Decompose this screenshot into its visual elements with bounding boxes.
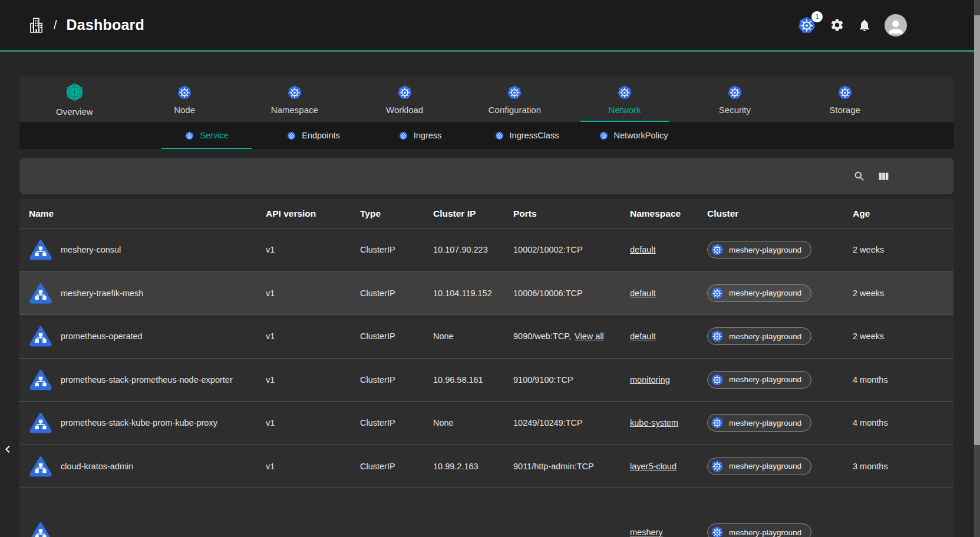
ports-value: 10002/10002:TCP [513, 245, 583, 254]
service-name: prometheus-stack-prometheus-node-exporte… [61, 375, 233, 384]
tab-overview[interactable]: Overview [19, 77, 130, 122]
table-row[interactable]: meshery meshery-playground [19, 488, 953, 537]
subtab-ingressclass[interactable]: IngressClass [473, 122, 580, 149]
services-table: Name API version Type Cluster IP Ports N… [19, 199, 953, 537]
tab-workload[interactable]: Workload [349, 77, 460, 122]
cluster-name: meshery-playground [729, 528, 801, 537]
subtab-endpoints[interactable]: Endpoints [260, 122, 367, 149]
api-version-cell: v1 [266, 245, 360, 254]
search-button[interactable] [853, 170, 866, 183]
view-all-link[interactable]: View all [575, 332, 604, 341]
name-cell [19, 522, 266, 537]
column-header-namespace[interactable]: Namespace [630, 208, 707, 219]
kubernetes-icon [599, 131, 609, 141]
table-row[interactable]: meshery-traefik-mesh v1 ClusterIP 10.104… [19, 272, 953, 316]
namespace-cell: monitoring [630, 375, 707, 384]
namespace-cell: default [630, 332, 707, 341]
service-name: meshery-traefik-mesh [61, 289, 143, 298]
kubernetes-icon [710, 459, 724, 473]
service-name: meshery-consul [61, 245, 121, 254]
chevron-left-icon [1, 442, 15, 456]
namespace-link[interactable]: default [630, 245, 656, 254]
ports-cell: 10006/10006:TCP [513, 289, 630, 298]
column-header-cluster[interactable]: Cluster [707, 208, 853, 219]
cluster-chip[interactable]: meshery-playground [707, 241, 811, 258]
namespace-link[interactable]: default [630, 289, 656, 298]
table-row[interactable]: cloud-kratos-admin v1 ClusterIP 10.99.2.… [19, 445, 953, 489]
table-row[interactable]: prometheus-stack-prometheus-node-exporte… [19, 359, 953, 402]
ports-cell: 9011/http-admin:TCP [513, 462, 630, 471]
search-icon [853, 170, 866, 183]
cluster-ip-cell: 10.104.119.152 [433, 289, 513, 298]
column-header-cluster-ip[interactable]: Cluster IP [433, 208, 513, 219]
kubernetes-icon [710, 243, 724, 257]
kubernetes-icon [710, 416, 724, 430]
table-row[interactable]: prometheus-stack-kube-prom-kube-proxy v1… [19, 402, 953, 445]
ports-cell: 9090/web:TCP,View all [513, 332, 630, 341]
age-cell: 3 months [853, 462, 953, 471]
kubernetes-icon [710, 373, 724, 387]
tab-storage[interactable]: Storage [790, 77, 900, 122]
service-name: prometheus-operated [61, 332, 143, 341]
view-columns-icon [877, 170, 890, 183]
service-icon [29, 456, 52, 477]
column-header-age[interactable]: Age [853, 208, 953, 219]
namespace-link[interactable]: layer5-cloud [630, 462, 677, 471]
tab-namespace[interactable]: Namespace [240, 77, 350, 122]
namespace-cell: layer5-cloud [630, 462, 707, 471]
ports-value: 9100/9100:TCP [513, 375, 573, 384]
cluster-cell: meshery-playground [707, 327, 853, 345]
service-name: prometheus-stack-kube-prom-kube-proxy [61, 418, 217, 427]
subtab-ingress[interactable]: Ingress [367, 122, 473, 149]
namespace-link[interactable]: default [630, 332, 656, 341]
page-scrollbar[interactable] [974, 0, 980, 537]
scrollbar-thumb[interactable] [974, 15, 980, 445]
age-cell: 2 weeks [853, 332, 953, 341]
cluster-chip[interactable]: meshery-playground [707, 458, 811, 475]
tab-security[interactable]: Security [680, 77, 790, 122]
kubernetes-icon [286, 84, 303, 101]
kubernetes-icon [837, 84, 853, 101]
cluster-chip[interactable]: meshery-playground [707, 327, 811, 345]
tab-network[interactable]: Network [570, 77, 680, 122]
cluster-cell: meshery-playground [707, 371, 853, 389]
service-icon [29, 326, 52, 347]
cluster-name: meshery-playground [729, 375, 801, 384]
resource-tabs: Overview Node Namespace Workload Configu… [19, 77, 953, 122]
view-columns-button[interactable] [877, 170, 890, 183]
tab-configuration[interactable]: Configuration [460, 77, 570, 122]
cluster-name: meshery-playground [729, 289, 801, 297]
column-header-ports[interactable]: Ports [513, 208, 630, 219]
cluster-chip[interactable]: meshery-playground [707, 523, 811, 537]
namespace-link[interactable]: monitoring [630, 375, 670, 384]
kubernetes-icon [397, 84, 413, 101]
cluster-name: meshery-playground [729, 462, 801, 470]
ports-cell: 9100/9100:TCP [513, 375, 630, 384]
column-header-type[interactable]: Type [360, 208, 433, 219]
tab-node[interactable]: Node [130, 77, 240, 122]
name-cell: meshery-traefik-mesh [19, 283, 266, 304]
cluster-chip[interactable]: meshery-playground [707, 284, 811, 302]
service-icon [29, 522, 52, 537]
cluster-chip[interactable]: meshery-playground [707, 414, 811, 432]
network-subtabs: Service Endpoints Ingress IngressClass N… [19, 122, 953, 149]
ports-value: 10006/10006:TCP [513, 289, 583, 298]
cluster-name: meshery-playground [729, 246, 801, 254]
name-cell: prometheus-stack-kube-prom-kube-proxy [19, 412, 266, 433]
kubernetes-icon [710, 525, 724, 537]
cluster-chip[interactable]: meshery-playground [707, 371, 811, 389]
column-header-name[interactable]: Name [19, 208, 266, 219]
subtab-networkpolicy[interactable]: NetworkPolicy [580, 122, 687, 149]
name-cell: prometheus-operated [19, 326, 266, 347]
subtab-service[interactable]: Service [153, 122, 260, 149]
api-version-cell: v1 [266, 375, 360, 384]
table-header-row: Name API version Type Cluster IP Ports N… [19, 199, 953, 228]
sidebar-collapse-button[interactable] [1, 442, 15, 456]
table-row[interactable]: prometheus-operated v1 ClusterIP None 90… [19, 315, 953, 359]
cluster-name: meshery-playground [729, 419, 801, 427]
table-row[interactable]: meshery-consul v1 ClusterIP 10.107.90.22… [19, 228, 953, 272]
namespace-link[interactable]: kube-system [630, 418, 678, 427]
column-header-api-version[interactable]: API version [266, 208, 360, 219]
namespace-link[interactable]: meshery [630, 528, 663, 537]
kubernetes-icon [727, 84, 743, 101]
